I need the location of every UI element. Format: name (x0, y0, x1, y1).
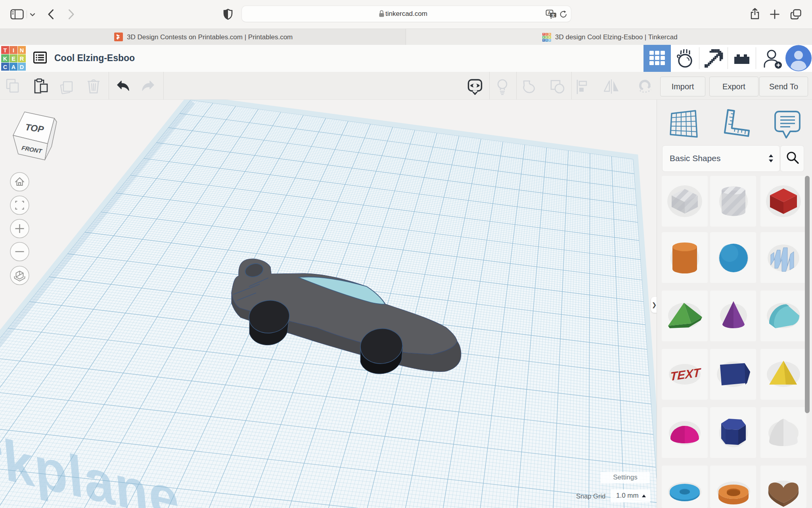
svg-text:N: N (20, 47, 24, 54)
svg-text:R: R (20, 56, 24, 62)
svg-text:D: D (20, 64, 24, 70)
svg-text:K: K (543, 37, 545, 38)
svg-text:E: E (546, 37, 547, 38)
svg-text:I: I (546, 33, 547, 35)
svg-text:T: T (543, 33, 544, 35)
svg-text:I: I (13, 47, 14, 54)
svg-text:D: D (549, 39, 551, 41)
svg-text:K: K (3, 56, 8, 62)
svg-text:T: T (4, 47, 7, 54)
svg-text:C: C (3, 64, 7, 70)
svg-text:E: E (11, 56, 15, 62)
svg-text:R: R (549, 37, 551, 38)
svg-text:N: N (549, 33, 551, 35)
svg-text:文: 文 (551, 13, 555, 17)
svg-text:A: A (546, 39, 548, 41)
svg-text:A: A (11, 64, 16, 70)
svg-text:C: C (543, 39, 545, 41)
